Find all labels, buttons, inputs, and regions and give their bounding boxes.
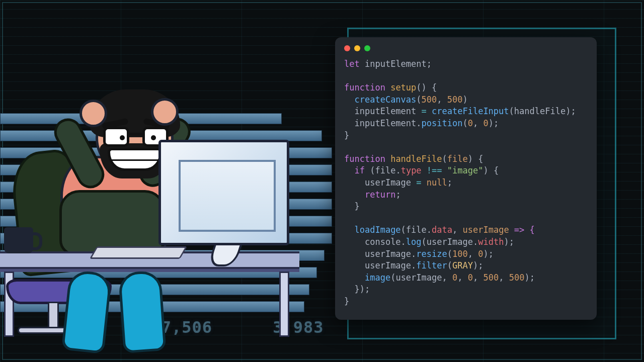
glasses-bridge	[129, 133, 142, 136]
character-mouth	[108, 148, 162, 171]
code-block: let inputElement; function setup() { cre…	[344, 58, 588, 307]
character-legs	[65, 272, 171, 352]
monitor	[158, 140, 289, 245]
minimize-icon[interactable]	[354, 45, 360, 51]
code-editor-window: let inputElement; function setup() { cre…	[335, 37, 597, 320]
leg-right	[118, 270, 167, 353]
fist-right	[151, 98, 179, 126]
character-shirt	[59, 190, 165, 255]
coffee-mug	[4, 227, 33, 253]
fist-left	[79, 100, 107, 127]
window-traffic-lights	[344, 45, 588, 51]
lens-left	[103, 127, 129, 147]
leg-left	[61, 269, 112, 354]
cartoon-scene	[0, 0, 332, 362]
desk-leg-right	[279, 272, 289, 337]
keyboard	[90, 246, 187, 259]
maximize-icon[interactable]	[364, 45, 370, 51]
close-icon[interactable]	[344, 45, 350, 51]
chair-post	[48, 302, 59, 329]
